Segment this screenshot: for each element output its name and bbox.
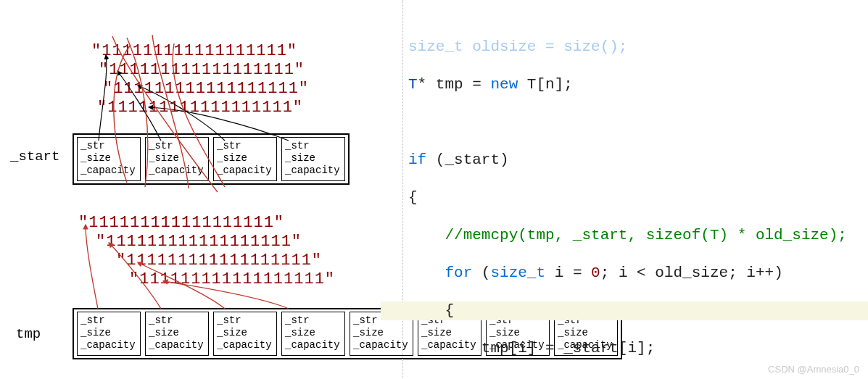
code-line: //memcpy(tmp, _start, sizeof(T) * old_si… [381, 226, 868, 245]
start-cell: _str_size_capacity [145, 137, 209, 181]
code-line: size_t oldsize = size(); [381, 38, 868, 57]
code-line: if (_start) [381, 151, 868, 170]
code-line: T* tmp = new T[n]; [381, 75, 868, 94]
code-snippet: size_t oldsize = size(); T* tmp = new T[… [381, 0, 868, 379]
tmp-cell: _str_size_capacity [77, 312, 141, 356]
start-str-0: "111111111111111111" [91, 42, 309, 61]
tmp-str-3: "111111111111111111" [129, 270, 335, 289]
start-cell: _str_size_capacity [213, 137, 277, 181]
tmp-str-0: "111111111111111111" [78, 214, 335, 233]
start-str-3: "111111111111111111" [97, 99, 309, 117]
code-line: for (size_t i = 0; i < old_size; i++) [381, 264, 868, 283]
code-line-highlight: { [381, 301, 868, 320]
code-line: { [381, 188, 868, 207]
tmp-str-1: "111111111111111111" [96, 233, 335, 251]
start-str-1: "111111111111111111" [99, 61, 309, 80]
start-cell: _str_size_capacity [281, 137, 345, 181]
tmp-label: tmp [16, 326, 41, 342]
start-str-2: "111111111111111111" [103, 80, 309, 99]
tmp-cell: _str_size_capacity [213, 312, 277, 356]
start-array: _str_size_capacity _str_size_capacity _s… [73, 133, 350, 185]
code-line: tmp[i] = _start[i]; [381, 339, 868, 358]
start-label: _start [10, 149, 59, 164]
tmp-cell: _str_size_capacity [281, 312, 345, 356]
tmp-str-2: "111111111111111111" [116, 251, 335, 270]
memory-diagram: "111111111111111111" "111111111111111111… [0, 0, 377, 379]
code-line [381, 113, 868, 132]
tmp-cell: _str_size_capacity [145, 312, 209, 356]
tmp-string-literals: "111111111111111111" "111111111111111111… [78, 214, 335, 289]
start-string-literals: "111111111111111111" "111111111111111111… [91, 42, 309, 117]
watermark: CSDN @Amnesia0_0 [768, 364, 859, 375]
start-cell: _str_size_capacity [77, 137, 141, 181]
